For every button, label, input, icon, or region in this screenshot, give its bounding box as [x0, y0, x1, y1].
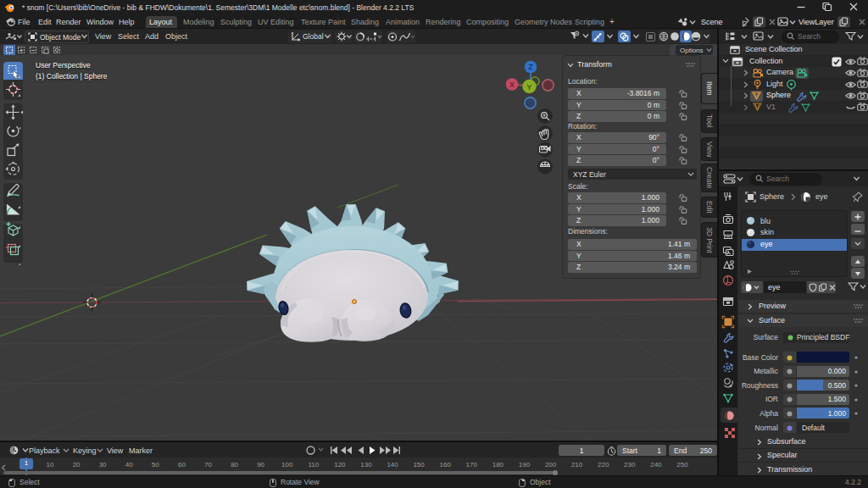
svg-text:Z: Z [528, 63, 533, 71]
svg-text:Y: Y [526, 82, 532, 92]
svg-text:X: X [509, 80, 515, 89]
